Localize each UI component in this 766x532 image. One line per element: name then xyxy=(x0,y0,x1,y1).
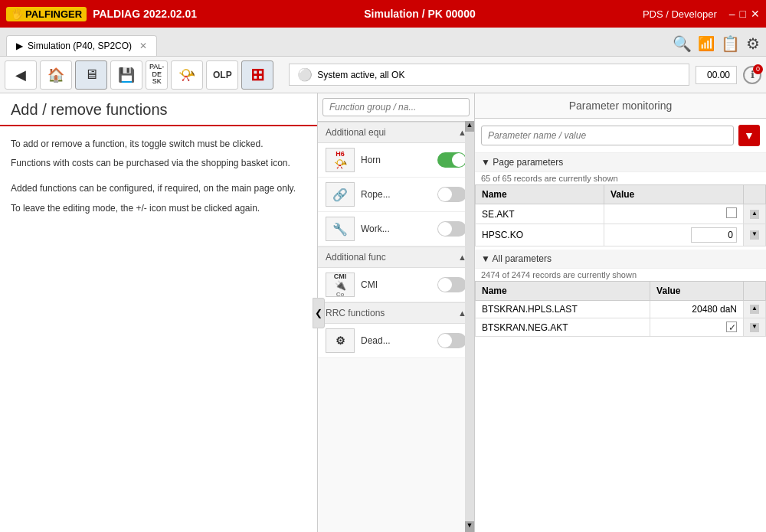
scroll-spacer2 xyxy=(744,282,766,301)
status-text: ⚪ System active, all OK xyxy=(289,64,689,86)
collapse-button[interactable]: ❮ xyxy=(313,298,325,328)
titlebar-right: PDS / Developer – □ ✕ xyxy=(643,8,760,20)
cmi-func-icon: CMI 🔌 Co xyxy=(326,273,355,297)
btskran-neg-akt-checkbox[interactable] xyxy=(726,321,737,332)
row-scroll-down[interactable]: ▼ xyxy=(750,230,759,240)
left-body-p4: To leave the editing mode, the +/- icon … xyxy=(11,201,306,216)
left-body-p2: Functions with costs can be purchased vi… xyxy=(11,156,306,171)
row-scroll-up2[interactable]: ▲ xyxy=(750,305,759,314)
scroll-cell2: ▼ xyxy=(744,224,766,246)
search-icon[interactable]: 🔍 xyxy=(673,34,692,53)
list-item: 🔧 Work... xyxy=(318,212,474,246)
titlebar-logo: 🖐 PALFINGER xyxy=(6,7,87,21)
cmi-label-bot: Co xyxy=(336,291,345,298)
middle-scroll-area: Additional equi ▲ H6 📯 Horn 🔗 Rope... xyxy=(318,122,474,532)
filter-button[interactable]: ▼ xyxy=(738,125,760,146)
left-panel: Add / remove functions To add or remove … xyxy=(0,93,318,532)
all-params-table: Name Value BTSKRAN.HPLS.LAST 20480 daN ▲ xyxy=(475,281,766,337)
settings-icon[interactable]: ⚙ xyxy=(746,34,760,53)
home-button[interactable]: 🏠 xyxy=(40,60,72,90)
hpscko-input[interactable] xyxy=(691,227,737,243)
play-icon: ▶ xyxy=(16,41,23,51)
scroll-up-arrow[interactable]: ▲ xyxy=(465,121,474,132)
row-scroll-down2[interactable]: ▼ xyxy=(750,323,759,332)
seakt-value xyxy=(604,204,743,224)
dead-func-icon: ⚙ xyxy=(326,328,355,353)
param-search-input[interactable] xyxy=(481,126,734,145)
save-button[interactable]: 💾 xyxy=(110,60,142,90)
tabbar-icons: 🔍 📶 📋 ⚙ xyxy=(673,34,760,56)
wifi-icon[interactable]: 📶 xyxy=(698,35,715,52)
close-button[interactable]: ✕ xyxy=(751,8,760,20)
window-controls: – □ ✕ xyxy=(729,8,760,20)
middle-scrollbar[interactable]: ▲ ▼ xyxy=(465,121,474,532)
toggle-knob xyxy=(438,222,452,236)
group-additional-equi-header[interactable]: Additional equi ▲ xyxy=(318,122,474,143)
cmi-symbol: 🔌 xyxy=(335,280,346,291)
titlebar: 🖐 PALFINGER PALDIAG 2022.02.01 Simulatio… xyxy=(0,0,766,28)
olp-button[interactable]: OLP xyxy=(206,60,238,90)
horn-button[interactable]: 📯 xyxy=(171,60,203,90)
group-additional-func-header[interactable]: Additional func ▲ xyxy=(318,246,474,268)
group-additional-func-label: Additional func xyxy=(326,252,386,263)
table-row: SE.AKT ▲ xyxy=(476,204,766,224)
back-button[interactable]: ◀ xyxy=(5,60,37,90)
toolbar: ◀ 🏠 🖥 💾 PAL- DE SK 📯 OLP ⊞ ⚪ System acti… xyxy=(0,57,766,93)
work-label: Work... xyxy=(361,224,431,234)
copy-icon[interactable]: 📋 xyxy=(721,34,740,53)
tab-close-button[interactable]: ✕ xyxy=(139,41,147,51)
add-remove-button[interactable]: ⊞ xyxy=(241,60,273,90)
olp-label: OLP xyxy=(213,70,232,80)
logo-text: PALFINGER xyxy=(25,8,82,20)
scroll-down-arrow[interactable]: ▼ xyxy=(465,521,474,532)
btskran-neg-akt-name: BTSKRAN.NEG.AKT xyxy=(476,318,650,337)
back-icon: ◀ xyxy=(15,67,26,83)
seakt-checkbox[interactable] xyxy=(726,207,737,218)
center-title: Simulation / PK 00000 xyxy=(364,8,476,20)
parameter-monitoring-title: Parameter monitoring xyxy=(475,93,766,119)
save-icon: 💾 xyxy=(118,67,135,83)
info-button[interactable]: ℹ 0 xyxy=(743,66,761,84)
btskran-hpls-last-name: BTSKRAN.HPLS.LAST xyxy=(476,301,650,318)
tab-label: Simulation (P40, SP2CO) xyxy=(28,41,132,51)
function-group-search-input[interactable] xyxy=(322,98,470,116)
tabbar: ▶ Simulation (P40, SP2CO) ✕ 🔍 📶 📋 ⚙ xyxy=(0,28,766,57)
rope-func-icon: 🔗 xyxy=(326,182,355,207)
horn-symbol: 📯 xyxy=(334,158,347,170)
hpscko-value xyxy=(604,224,743,246)
param-search-row: ▼ xyxy=(475,119,766,153)
hpscko-name: HPSC.KO xyxy=(476,224,604,246)
h6-label: H6 xyxy=(336,150,345,158)
left-body-p1: To add or remove a function, its toggle … xyxy=(11,137,306,152)
group-rrc-header[interactable]: RRC functions ▲ xyxy=(318,302,474,324)
monitor-icon: 🖥 xyxy=(84,67,98,83)
minimize-button[interactable]: – xyxy=(729,8,735,20)
horn-toggle[interactable] xyxy=(437,152,466,168)
status-label: System active, all OK xyxy=(317,70,404,80)
simulation-tab[interactable]: ▶ Simulation (P40, SP2CO) ✕ xyxy=(6,35,157,56)
scroll-cell4: ▼ xyxy=(744,318,766,337)
work-toggle[interactable] xyxy=(437,221,466,237)
dead-label: Dead... xyxy=(361,335,431,346)
all-params-section-header: ▼ All parameters xyxy=(475,250,766,269)
titlebar-left: 🖐 PALFINGER PALDIAG 2022.02.01 xyxy=(6,7,197,21)
sk-label: SK xyxy=(152,78,162,86)
pal-de-sk-button[interactable]: PAL- DE SK xyxy=(146,60,168,90)
all-params-name-col: Name xyxy=(476,282,650,301)
page-params-value-col: Value xyxy=(604,185,743,204)
scroll-cell: ▲ xyxy=(744,204,766,224)
list-item: 🔗 Rope... xyxy=(318,178,474,212)
status-bar: ⚪ System active, all OK 00.00 ℹ 0 xyxy=(289,64,761,86)
group-additional-equi-label: Additional equi xyxy=(326,127,386,138)
rope-toggle[interactable] xyxy=(437,187,466,202)
toggle-knob xyxy=(438,188,452,201)
maximize-button[interactable]: □ xyxy=(740,8,746,20)
cmi-toggle[interactable] xyxy=(437,277,466,292)
monitor-button[interactable]: 🖥 xyxy=(75,60,107,90)
dead-toggle[interactable] xyxy=(437,333,466,348)
left-wrapper: Add / remove functions To add or remove … xyxy=(0,93,318,532)
horn-icon: 📯 xyxy=(178,67,195,83)
row-scroll-up[interactable]: ▲ xyxy=(750,210,759,219)
toggle-knob xyxy=(452,153,466,167)
scroll-cell3: ▲ xyxy=(744,301,766,318)
